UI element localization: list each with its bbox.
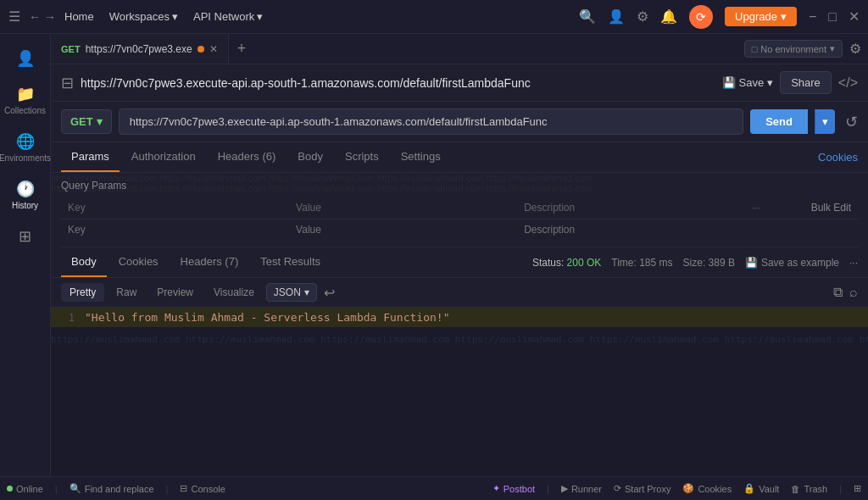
sidebar-item-collections-label: Collections (4, 106, 46, 115)
value-input[interactable] (296, 224, 510, 236)
trash-button[interactable]: 🗑 Trash (791, 484, 827, 494)
tab-headers[interactable]: Headers (6) (208, 142, 287, 172)
nav-home[interactable]: Home (64, 10, 94, 23)
tab-params[interactable]: Params (61, 142, 120, 172)
hamburger-icon[interactable]: ☰ (8, 8, 20, 25)
environment-selector[interactable]: □ No environment ▾ (744, 40, 843, 58)
col-value: Value (289, 197, 517, 219)
notifications-button[interactable]: 🔔 (660, 8, 677, 25)
refresh-icon[interactable]: ↺ (845, 113, 858, 131)
query-params-title: Query Params (61, 180, 858, 192)
find-replace-icon: 🔍 (70, 483, 81, 494)
online-dot (7, 486, 13, 492)
status-ok-badge: 200 OK (567, 257, 602, 269)
description-input[interactable] (524, 224, 738, 236)
fmt-pretty[interactable]: Pretty (61, 283, 104, 302)
watermark-bottom-text: https://muslimahmad.com https://muslimah… (51, 327, 868, 353)
resp-tab-headers[interactable]: Headers (7) (170, 247, 249, 277)
table-row (61, 219, 858, 241)
console-icon: ⊟ (180, 483, 187, 494)
fmt-raw[interactable]: Raw (108, 283, 145, 302)
environments-icon: 🌐 (16, 132, 35, 151)
online-status[interactable]: Online (7, 484, 43, 494)
url-input[interactable] (119, 108, 743, 135)
sidebar-item-environments-label: Environments (0, 153, 51, 163)
minimize-button[interactable]: − (809, 9, 816, 25)
share-button[interactable]: Share (780, 71, 832, 94)
vault-button[interactable]: 🔒 Vault (743, 483, 779, 494)
nav-workspaces[interactable]: Workspaces ▾ (109, 10, 178, 23)
format-selector[interactable]: JSON ▾ (266, 283, 317, 302)
add-tab-button[interactable]: + (229, 40, 255, 58)
forward-button[interactable]: → (44, 10, 56, 24)
save-example-button[interactable]: 💾 Save as example (745, 257, 839, 269)
add-collaborator-button[interactable]: 👤 (608, 8, 625, 25)
tab-close-button[interactable]: ✕ (209, 43, 218, 55)
fmt-visualize[interactable]: Visualize (205, 283, 263, 302)
active-tab[interactable]: GET https://7vn0c7pwe3.exe ✕ (51, 34, 229, 64)
resp-tab-test-results[interactable]: Test Results (250, 247, 331, 277)
tab-authorization[interactable]: Authorization (121, 142, 206, 172)
postbot-button[interactable]: ✦ Postbot (492, 483, 535, 494)
tab-settings[interactable]: Settings (391, 142, 451, 172)
sidebar-item-environments[interactable]: 🌐 Environments (3, 125, 47, 169)
bottom-watermark: https://muslimahmad.com https://muslimah… (51, 327, 868, 353)
close-button[interactable]: ✕ (849, 8, 860, 25)
postman-logo: ⟳ (689, 5, 713, 29)
col-description: Description (517, 197, 745, 219)
line-number: 1 (51, 312, 85, 324)
runner-icon: ▶ (561, 483, 568, 494)
grid-button[interactable]: ⊞ (854, 483, 861, 494)
back-button[interactable]: ← (29, 10, 41, 24)
upgrade-button[interactable]: Upgrade ▾ (725, 7, 797, 26)
more-options-button[interactable]: ··· (849, 257, 858, 269)
method-selector[interactable]: GET ▾ (61, 109, 112, 134)
search-button[interactable]: 🔍 (579, 8, 596, 25)
tab-body[interactable]: Body (287, 142, 333, 172)
runner-button[interactable]: ▶ Runner (561, 483, 602, 494)
postbot-icon: ✦ (492, 483, 500, 494)
maximize-button[interactable]: □ (828, 9, 837, 25)
sidebar-item-history[interactable]: 🕐 History (3, 173, 47, 217)
online-label: Online (16, 484, 43, 494)
url-bar: GET ▾ Send ▾ ↺ (51, 102, 868, 142)
start-proxy-button[interactable]: ⟳ Start Proxy (614, 483, 670, 494)
wrap-text-button[interactable]: ↩ (324, 285, 335, 301)
status-label: Status: 200 OK (532, 257, 601, 269)
sidebar-item-collections[interactable]: 📁 Collections (3, 78, 47, 122)
save-chevron-icon: ▾ (767, 76, 773, 89)
cookies-button[interactable]: 🍪 Cookies (682, 483, 732, 494)
fmt-preview[interactable]: Preview (148, 283, 202, 302)
search-response-button[interactable]: ⌕ (849, 285, 858, 300)
code-snippet-button[interactable]: </> (838, 75, 858, 91)
save-icon-small: 💾 (745, 257, 758, 269)
resp-tab-cookies[interactable]: Cookies (108, 247, 169, 277)
proxy-icon: ⟳ (614, 483, 621, 494)
resp-tab-body[interactable]: Body (61, 247, 107, 277)
response-body: 1 "Hello from Muslim Ahmad - Serverless … (51, 308, 868, 476)
col-bulk-edit[interactable]: Bulk Edit (771, 197, 858, 219)
nav-api-network[interactable]: API Network ▾ (193, 10, 263, 23)
sidebar-item-history-label: History (12, 201, 38, 210)
grid-icon: ⊞ (854, 483, 861, 494)
send-button[interactable]: Send (750, 109, 808, 134)
cookies-link[interactable]: Cookies (818, 151, 858, 164)
send-dropdown-button[interactable]: ▾ (815, 109, 835, 134)
settings-button[interactable]: ⚙ (637, 8, 648, 25)
find-replace-button[interactable]: 🔍 Find and replace (70, 483, 154, 494)
console-button[interactable]: ⊟ Console (180, 483, 225, 494)
copy-response-button[interactable]: ⧉ (833, 285, 843, 300)
time-label: Time: 185 ms (611, 257, 672, 269)
request-title: https://7vn0c7pwe3.execute-api.ap-south-… (81, 76, 715, 90)
statusbar-right: ✦ Postbot | ▶ Runner ⟳ Start Proxy 🍪 Coo… (492, 483, 861, 494)
cookies-icon: 🍪 (682, 483, 694, 494)
response-tabs-bar: Body Cookies Headers (7) Test Results St… (51, 247, 868, 278)
sidebar-item-flows[interactable]: ⊞ (3, 220, 47, 253)
main-layout: 👤 📁 Collections 🌐 Environments 🕐 History… (0, 34, 868, 476)
tab-scripts[interactable]: Scripts (335, 142, 389, 172)
key-input[interactable] (68, 224, 282, 236)
sidebar-item-account[interactable]: 👤 (3, 42, 47, 75)
save-button[interactable]: 💾 Save ▾ (722, 76, 774, 89)
sidebar: 👤 📁 Collections 🌐 Environments 🕐 History… (0, 34, 51, 476)
env-settings-icon[interactable]: ⚙ (849, 41, 861, 57)
